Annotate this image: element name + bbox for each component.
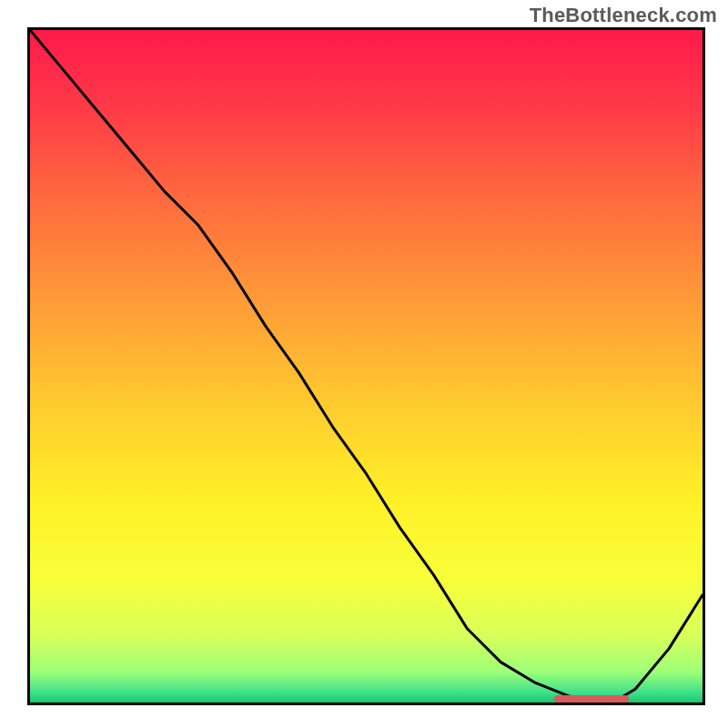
bottleneck-curve — [30, 30, 703, 703]
chart-container: TheBottleneck.com — [0, 0, 728, 728]
plot-frame — [27, 27, 705, 705]
watermark-text: TheBottleneck.com — [530, 4, 717, 27]
optimal-range-marker — [554, 695, 628, 703]
